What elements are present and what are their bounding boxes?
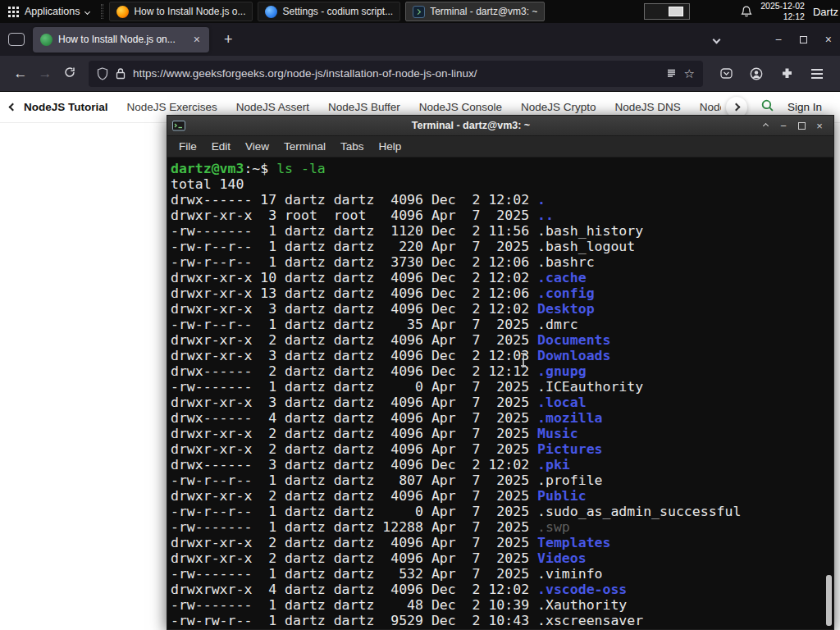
taskbar-item-label: How to Install Node.js o... bbox=[134, 6, 245, 17]
terminal-rollup-button[interactable] bbox=[756, 116, 774, 135]
reload-button[interactable] bbox=[57, 66, 82, 82]
terminal-line: -rw------- 1 dartz dartz 12288 Apr 7 202… bbox=[171, 519, 833, 535]
chevron-down-icon bbox=[84, 8, 90, 14]
window-minimize-button[interactable]: − bbox=[775, 33, 782, 46]
site-nav-item[interactable]: NodeJS Assert bbox=[236, 101, 309, 113]
workspace-cell[interactable] bbox=[644, 3, 690, 20]
terminal-menu-item[interactable]: Help bbox=[372, 140, 409, 153]
terminal-total-line: total 140 bbox=[171, 176, 833, 192]
tab-title: How to Install Node.js on... bbox=[58, 34, 186, 45]
search-icon[interactable] bbox=[760, 98, 774, 116]
terminal-title-bar[interactable]: Terminal - dartz@vm3: ~ − × bbox=[167, 116, 833, 136]
terminal-line: drwxr-xr-x 2 dartz dartz 4096 Apr 7 2025… bbox=[171, 488, 833, 504]
workspace-mini-window bbox=[669, 7, 683, 16]
terminal-line: drwxr-xr-x 13 dartz dartz 4096 Dec 2 12:… bbox=[171, 285, 833, 301]
terminal-output[interactable]: dartz@vm3:~$ ls -la total 140 drwx------… bbox=[168, 158, 833, 629]
navbar-extensions-area bbox=[714, 62, 829, 85]
panel-separator bbox=[101, 4, 103, 19]
site-nav-item[interactable]: NodeJS DNS bbox=[615, 101, 681, 113]
workspace-pager[interactable] bbox=[644, 3, 690, 20]
shield-icon[interactable] bbox=[97, 67, 108, 80]
window-maximize-button[interactable] bbox=[800, 36, 807, 43]
site-nav-item[interactable]: NodeJS Console bbox=[419, 101, 502, 113]
forward-button[interactable]: → bbox=[33, 66, 57, 82]
site-nav-item[interactable]: NodeJS Tutorial bbox=[24, 101, 108, 113]
terminal-line: drwxr-xr-x 3 dartz dartz 4096 Dec 2 12:0… bbox=[171, 348, 833, 363]
bookmark-star-icon[interactable]: ☆ bbox=[684, 66, 695, 81]
applications-menu-button[interactable]: Applications bbox=[0, 0, 98, 23]
taskbar-item-browser[interactable]: How to Install Node.js o... bbox=[109, 2, 253, 21]
terminal-minimize-button[interactable]: − bbox=[774, 116, 792, 135]
terminal-line: drwxrwxr-x 4 dartz dartz 4096 Dec 2 12:0… bbox=[171, 582, 833, 597]
terminal-prompt-line: dartz@vm3:~$ ls -la bbox=[171, 161, 833, 176]
site-nav-item[interactable]: Node bbox=[700, 101, 721, 113]
terminal-line: drwxr-xr-x 2 dartz dartz 4096 Apr 7 2025… bbox=[171, 332, 833, 348]
terminal-close-button[interactable]: × bbox=[810, 116, 829, 135]
terminal-line: drwxr-xr-x 2 dartz dartz 4096 Apr 7 2025… bbox=[171, 441, 833, 457]
terminal-line: drwxr-xr-x 10 dartz dartz 4096 Dec 2 12:… bbox=[171, 270, 833, 285]
terminal-scrollbar-thumb[interactable] bbox=[826, 575, 832, 626]
codium-icon bbox=[265, 6, 277, 18]
reader-view-icon[interactable] bbox=[666, 68, 677, 79]
terminal-line: -rw------- 1 dartz dartz 48 Dec 2 10:39 … bbox=[171, 597, 833, 613]
terminal-menu-item[interactable]: File bbox=[171, 140, 204, 153]
terminal-window: Terminal - dartz@vm3: ~ − × FileEditView… bbox=[167, 115, 834, 630]
site-nav-items: NodeJS TutorialNodeJS ExercisesNodeJS As… bbox=[24, 101, 721, 113]
terminal-line: -rw-r--r-- 1 dartz dartz 0 Apr 7 2025 .s… bbox=[171, 504, 833, 519]
site-nav-item[interactable]: NodeJS Exercises bbox=[127, 101, 217, 113]
pocket-icon[interactable] bbox=[714, 62, 737, 85]
terminal-line: drwx------ 4 dartz dartz 4096 Apr 7 2025… bbox=[171, 410, 833, 426]
terminal-maximize-button[interactable] bbox=[792, 116, 810, 135]
new-tab-button[interactable]: + bbox=[219, 31, 238, 48]
terminal-line: -rw------- 1 dartz dartz 532 Apr 7 2025 … bbox=[171, 566, 833, 582]
mouse-cursor-ibeam bbox=[519, 353, 527, 367]
terminal-menu-item[interactable]: Terminal bbox=[276, 140, 333, 153]
firefox-view-icon[interactable] bbox=[8, 33, 25, 46]
terminal-line: -rw-r--r-- 1 dartz dartz 807 Apr 7 2025 … bbox=[171, 472, 833, 488]
terminal-entries: drwx------ 17 dartz dartz 4096 Dec 2 12:… bbox=[171, 192, 833, 628]
browser-tab[interactable]: How to Install Node.js on... × bbox=[33, 27, 209, 52]
applications-grid-icon bbox=[8, 7, 19, 17]
terminal-scrollbar[interactable] bbox=[824, 158, 833, 628]
terminal-title-text: Terminal - dartz@vm3: ~ bbox=[185, 120, 756, 131]
terminal-line: drwxr-xr-x 2 dartz dartz 4096 Apr 7 2025… bbox=[171, 535, 833, 550]
clock-date: 2025-12-02 bbox=[760, 1, 805, 11]
browser-nav-bar: ← → https://www.geeksforgeeks.org/node-j… bbox=[0, 56, 840, 92]
typed-command: ls -la bbox=[276, 161, 326, 176]
terminal-menu-item[interactable]: Edit bbox=[204, 140, 238, 153]
applications-label: Applications bbox=[25, 6, 80, 17]
terminal-line: -rw-rw-r-- 1 dartz dartz 9529 Dec 2 10:4… bbox=[171, 613, 833, 628]
terminal-app-icon bbox=[172, 120, 185, 132]
terminal-menu-item[interactable]: View bbox=[238, 140, 276, 153]
taskbar-item-terminal[interactable]: Terminal - dartz@vm3: ~ bbox=[405, 2, 545, 21]
terminal-icon bbox=[413, 6, 425, 18]
terminal-line: drwxr-xr-x 3 dartz dartz 4096 Apr 7 2025… bbox=[171, 395, 833, 410]
browser-tab-bar: How to Install Node.js on... × + − × bbox=[0, 23, 840, 56]
terminal-line: drwxr-xr-x 2 dartz dartz 4096 Apr 7 2025… bbox=[171, 550, 833, 566]
url-text[interactable]: https://www.geeksforgeeks.org/node-js/in… bbox=[133, 67, 659, 80]
notification-bell-icon[interactable] bbox=[741, 6, 752, 18]
terminal-line: drwx------ 2 dartz dartz 4096 Dec 2 12:1… bbox=[171, 363, 833, 379]
terminal-menu-item[interactable]: Tabs bbox=[333, 140, 372, 153]
menu-icon[interactable] bbox=[806, 62, 829, 85]
extensions-icon[interactable] bbox=[775, 62, 798, 85]
lock-icon[interactable] bbox=[116, 67, 126, 80]
account-icon[interactable] bbox=[745, 62, 768, 85]
tab-list-chevron-icon[interactable] bbox=[714, 37, 719, 43]
back-button[interactable]: ← bbox=[8, 66, 33, 82]
panel-user-label: Dartz bbox=[813, 6, 838, 18]
site-nav-item[interactable]: NodeJS Crypto bbox=[521, 101, 596, 113]
clock-time: 12:12 bbox=[760, 11, 805, 22]
terminal-line: drwx------ 17 dartz dartz 4096 Dec 2 12:… bbox=[171, 192, 833, 208]
nav-scroll-left-icon[interactable] bbox=[9, 103, 17, 112]
taskbar-item-codium[interactable]: Settings - codium script... bbox=[258, 2, 400, 21]
tab-close-icon[interactable]: × bbox=[192, 32, 202, 47]
terminal-line: drwxr-xr-x 2 dartz dartz 4096 Apr 7 2025… bbox=[171, 426, 833, 441]
terminal-line: -rw------- 1 dartz dartz 0 Apr 7 2025 .I… bbox=[171, 379, 833, 395]
site-nav-item[interactable]: NodeJS Buffer bbox=[328, 101, 400, 113]
panel-clock[interactable]: 2025-12-02 12:12 bbox=[760, 1, 805, 21]
prompt-separator: :~$ bbox=[244, 161, 276, 176]
sign-in-button[interactable]: Sign In bbox=[788, 101, 822, 113]
window-close-button[interactable]: × bbox=[825, 33, 832, 46]
url-bar[interactable]: https://www.geeksforgeeks.org/node-js/in… bbox=[89, 61, 703, 87]
